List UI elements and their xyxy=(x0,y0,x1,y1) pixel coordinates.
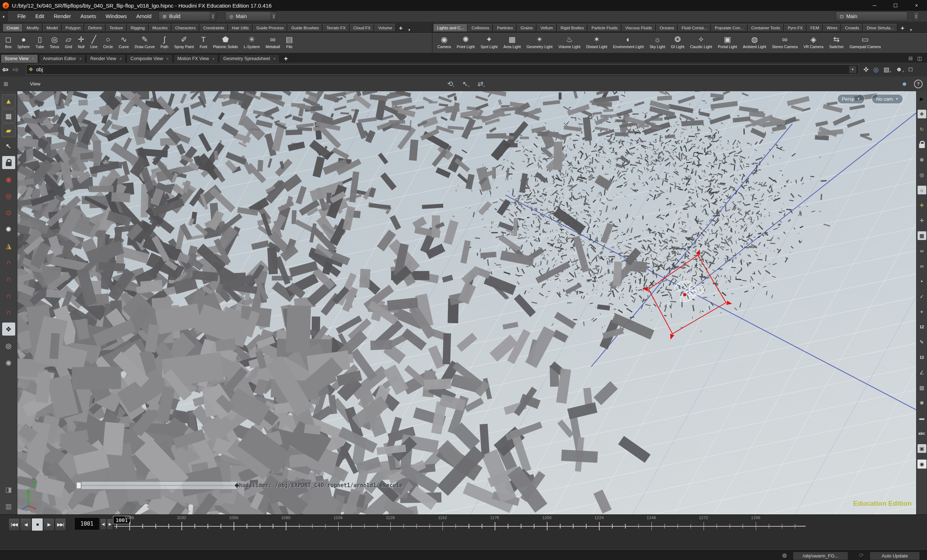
shelf-tool-geometry-light[interactable]: ✴Geometry Light xyxy=(524,34,555,49)
cube-icon[interactable]: ▧▾ xyxy=(883,66,891,73)
shelf-add-button[interactable]: + xyxy=(396,24,406,32)
shelf-tab-container-tools[interactable]: Container Tools xyxy=(748,24,784,32)
pane-expand-button[interactable]: ▶ xyxy=(918,94,926,103)
desktop-spinner[interactable]: ▲▼ xyxy=(210,12,216,21)
minimize-button[interactable]: ─ xyxy=(864,0,885,11)
pane-tab-scene-view[interactable]: Scene View× xyxy=(1,54,38,63)
back-button[interactable]: ⇦ xyxy=(2,65,8,74)
menu-file[interactable]: File xyxy=(13,14,30,19)
pin-icon[interactable]: ✜ xyxy=(864,66,869,73)
shelf-tool-distant-light[interactable]: ✶Distant Light xyxy=(584,34,610,49)
shelf-tool-area-light[interactable]: ▦Area Light xyxy=(500,34,524,49)
show-handles-button[interactable]: ▲ xyxy=(2,94,15,108)
view-mask-button[interactable]: ◎ xyxy=(2,339,15,352)
point-numbers-button[interactable]: 12 xyxy=(918,323,926,331)
path-field[interactable]: ❖ obj ▼ xyxy=(26,64,859,74)
shelf-tool-path[interactable]: ∫Path xyxy=(158,34,171,49)
shelf-overflow-caret[interactable]: ▼ xyxy=(406,28,413,32)
viewport-canvas[interactable] xyxy=(17,91,916,514)
shelf-tab-oceans[interactable]: Oceans xyxy=(656,24,678,32)
view-tumble-tool[interactable]: ⟲▾ xyxy=(447,80,454,88)
magnet-point-button[interactable]: ∩ xyxy=(2,289,15,302)
pane-layout-icon[interactable]: ⊟ xyxy=(909,55,913,61)
shelf-tool-line[interactable]: ╱Line xyxy=(87,34,100,49)
shelf-tab-lights-and-c-[interactable]: Lights and C... xyxy=(433,24,468,32)
timeline-ruler[interactable]: 1001 10081032105610801104112811521176120… xyxy=(114,515,806,534)
particle-display-button[interactable]: ❋ xyxy=(918,399,926,407)
lighting-button[interactable]: ☼ xyxy=(918,186,926,194)
paint-display-button[interactable]: ✎ xyxy=(918,338,926,346)
shelf-tab-terrain-fx[interactable]: Terrain FX xyxy=(323,24,349,32)
measure-button[interactable]: ∠ xyxy=(918,368,926,377)
hide-ghost-button[interactable]: ⊗ xyxy=(918,155,926,164)
shelf-tab-characters[interactable]: Characters xyxy=(172,24,199,32)
magnet-curve-button[interactable]: ∩ xyxy=(2,273,15,285)
info-bar-button[interactable]: ▬ xyxy=(918,414,926,422)
visibility-eye-button[interactable]: ◉ xyxy=(917,459,927,469)
shelf-tab-model[interactable]: Model xyxy=(43,24,61,32)
pane-tab-motion-fx-view-close[interactable]: × xyxy=(212,56,214,61)
snap-grid-button[interactable]: ◎ xyxy=(2,189,15,202)
play-reverse-button[interactable]: ◀ xyxy=(20,518,32,531)
desktop-selector[interactable]: ⊞ Build xyxy=(159,12,217,21)
shelf-tab-grains[interactable]: Grains xyxy=(517,24,536,32)
shelf-tool-caustic-light[interactable]: ✧Caustic Light xyxy=(687,34,715,49)
pane-tab-scene-view-close[interactable]: × xyxy=(32,56,34,61)
point-marker-button[interactable]: • xyxy=(918,277,926,285)
shelf-tool-font[interactable]: TFont xyxy=(197,34,210,49)
forward-button[interactable]: ⇨ xyxy=(13,65,19,74)
shelf-tab-texture[interactable]: Texture xyxy=(106,24,127,32)
shelf-tab-rigging[interactable]: Rigging xyxy=(127,24,149,32)
shelf-tab-cloud-fx[interactable]: Cloud FX xyxy=(350,24,374,32)
shelf-tool-curve[interactable]: ∿Curve xyxy=(116,34,132,49)
update-mode-dropdown[interactable]: Auto Update xyxy=(870,552,920,560)
jump-to-start-button[interactable]: |◀◀ xyxy=(8,518,20,531)
isolate-view-button[interactable]: ❖ xyxy=(2,323,15,335)
play-forward-button[interactable]: ▶ xyxy=(43,518,55,531)
shelf-tool-metaball[interactable]: ∞Metaball xyxy=(263,34,283,49)
view-mode-button[interactable]: ❖ xyxy=(918,110,926,118)
view-lock-button[interactable] xyxy=(918,140,926,149)
move-light-button[interactable]: ✛ xyxy=(918,216,926,225)
pane-tab-render-view[interactable]: Render View× xyxy=(86,54,126,63)
menu-arnold[interactable]: Arnold xyxy=(131,14,156,19)
camera-ring-button[interactable]: ◎ xyxy=(918,170,926,179)
menu-edit[interactable]: Edit xyxy=(30,14,49,19)
shelf-tab-particle-fluids[interactable]: Particle Fluids xyxy=(588,24,621,32)
pane-tab-motion-fx-view[interactable]: Motion FX View× xyxy=(173,54,219,63)
shelf-tab-polygon[interactable]: Polygon xyxy=(62,24,84,32)
shelf-tab-pyro-fx[interactable]: Pyro FX xyxy=(784,24,806,32)
right-main-spinner[interactable]: ▲▼ xyxy=(913,12,919,21)
secure-selection-button[interactable] xyxy=(2,156,15,169)
shelf-tool-volume-light[interactable]: ♨Volume Light xyxy=(555,34,584,49)
pane-tab-animation-editor[interactable]: Animation Editor× xyxy=(39,54,85,63)
shelf-tool-vr-camera[interactable]: ◈VR Camera xyxy=(801,34,826,49)
shelf-tab-particles[interactable]: Particles xyxy=(493,24,517,32)
shelf-tool-box[interactable]: ◻Box xyxy=(2,34,14,49)
shelf-tool-environment-light[interactable]: ◐Environment Light xyxy=(610,34,647,49)
shelf-tab-hair-utils[interactable]: Hair Utils xyxy=(228,24,252,32)
frame-icon[interactable]: □ xyxy=(909,66,913,73)
snap-points-button[interactable]: ✺ xyxy=(2,223,15,236)
shelf-overflow-caret[interactable]: ▼ xyxy=(907,28,915,32)
shelf-tab-modify[interactable]: Modify xyxy=(23,24,43,32)
menu-collapse-arrow[interactable]: ▲ xyxy=(0,11,8,22)
step-back-button[interactable]: ◀| xyxy=(100,518,106,530)
shelf-tool-sphere[interactable]: ●Sphere xyxy=(14,34,33,49)
snap-orient-button[interactable]: ◉ xyxy=(2,173,15,186)
snapshot-button[interactable]: ▣ xyxy=(918,444,926,453)
shelf-tool-tube[interactable]: ▯Tube xyxy=(33,34,47,49)
path-dropdown-caret[interactable]: ▼ xyxy=(849,66,856,73)
homing-button[interactable]: ↻ xyxy=(918,125,926,134)
shelf-tab-collisions[interactable]: Collisions xyxy=(468,24,493,32)
shelf-tool-camera[interactable]: ◉Camera xyxy=(435,34,454,49)
shelf-tab-drive-simula-[interactable]: Drive Simula... xyxy=(863,24,897,32)
right-main-selector[interactable]: ⊡ Main xyxy=(836,12,907,21)
pane-tab-render-view-close[interactable]: × xyxy=(120,56,122,61)
pane-split-icon[interactable]: ◫ xyxy=(917,55,922,61)
stereo-glasses-button[interactable]: ∞ xyxy=(918,246,926,255)
stereo-mode-button[interactable]: ∞ xyxy=(918,262,926,270)
pin-marker-button[interactable]: ⌖ xyxy=(918,307,926,316)
shelf-add-button[interactable]: + xyxy=(898,24,907,32)
main-spinner[interactable]: ▲▼ xyxy=(271,12,277,21)
